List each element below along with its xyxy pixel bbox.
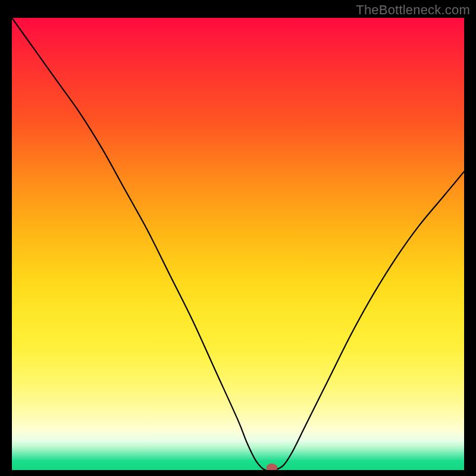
plot-svg bbox=[12, 18, 464, 470]
watermark-text: TheBottleneck.com bbox=[356, 2, 470, 18]
plot-area bbox=[12, 18, 464, 470]
bottleneck-curve bbox=[12, 18, 464, 470]
minimum-marker bbox=[267, 464, 277, 471]
chart-frame: TheBottleneck.com bbox=[0, 0, 476, 476]
